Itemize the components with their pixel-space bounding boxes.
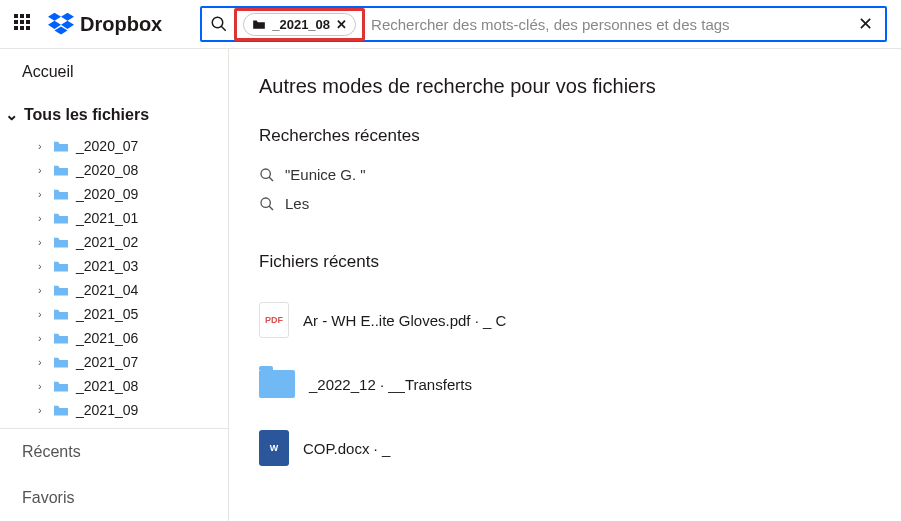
chevron-right-icon: › [38, 212, 46, 224]
folder-icon [52, 187, 70, 201]
sidebar-folder-item[interactable]: ›_2021_07 [0, 350, 228, 374]
file-name: COP.docx · _ [303, 440, 390, 457]
sidebar-folder-list: ›_2020_07›_2020_08›_2020_09›_2021_01›_20… [0, 134, 228, 428]
sidebar-home[interactable]: Accueil [0, 49, 228, 95]
recent-file-item[interactable]: _2022_12 · __Transferts [259, 354, 871, 414]
folder-label: _2020_07 [76, 138, 138, 154]
sidebar-folder-item[interactable]: ›_2021_01 [0, 206, 228, 230]
folder-icon [259, 370, 295, 398]
main-panel: Autres modes de recherche pour vos fichi… [229, 49, 901, 521]
sidebar-recents[interactable]: Récents [0, 429, 228, 475]
folder-icon [252, 18, 266, 30]
file-name: Ar - WH E..ite Gloves.pdf · _ C [303, 312, 506, 329]
search-icon [259, 167, 275, 183]
folder-label: _2020_08 [76, 162, 138, 178]
sidebar-all-files[interactable]: ⌄ Tous les fichiers [0, 95, 228, 134]
folder-label: _2021_05 [76, 306, 138, 322]
svg-line-3 [269, 177, 273, 181]
folder-label: _2021_08 [76, 378, 138, 394]
recent-search-text: "Eunice G. " [285, 166, 366, 183]
chip-remove-icon[interactable]: ✕ [336, 17, 347, 32]
sidebar-folder-item[interactable]: ›_2021_04 [0, 278, 228, 302]
search-box[interactable]: _2021_08 ✕ ✕ [200, 6, 887, 42]
folder-label: _2021_01 [76, 210, 138, 226]
folder-label: _2021_03 [76, 258, 138, 274]
search-icon [259, 196, 275, 212]
sidebar-folder-item[interactable]: ›_2021_02 [0, 230, 228, 254]
folder-icon [52, 379, 70, 393]
chevron-right-icon: › [38, 404, 46, 416]
folder-icon [52, 331, 70, 345]
chevron-right-icon: › [38, 308, 46, 320]
folder-icon [52, 403, 70, 417]
folder-label: _2021_06 [76, 330, 138, 346]
folder-icon [52, 259, 70, 273]
file-name: _2022_12 · __Transferts [309, 376, 472, 393]
recent-search-item[interactable]: Les [259, 189, 871, 218]
sidebar-folder-item[interactable]: ›_2020_07 [0, 134, 228, 158]
search-input[interactable] [371, 16, 848, 33]
sidebar-folder-item[interactable]: ›_2020_09 [0, 182, 228, 206]
sidebar-folder-item[interactable]: ›_2021_08 [0, 374, 228, 398]
chevron-right-icon: › [38, 140, 46, 152]
sidebar: Accueil ⌄ Tous les fichiers ›_2020_07›_2… [0, 49, 229, 521]
folder-icon [52, 139, 70, 153]
svg-line-1 [221, 26, 226, 31]
dropbox-brand[interactable]: Dropbox [48, 11, 162, 37]
folder-icon [52, 163, 70, 177]
chevron-right-icon: › [38, 164, 46, 176]
recent-searches-title: Recherches récentes [259, 126, 871, 146]
sidebar-folder-item[interactable]: ›_2021_05 [0, 302, 228, 326]
chevron-right-icon: › [38, 236, 46, 248]
search-chip-highlight: _2021_08 ✕ [234, 8, 365, 41]
recent-search-item[interactable]: "Eunice G. " [259, 160, 871, 189]
chevron-right-icon: › [38, 332, 46, 344]
folder-icon [52, 355, 70, 369]
sidebar-all-files-label: Tous les fichiers [24, 106, 149, 124]
folder-label: _2020_09 [76, 186, 138, 202]
chevron-right-icon: › [38, 380, 46, 392]
brand-label: Dropbox [80, 13, 162, 36]
pdf-icon: PDF [259, 302, 289, 338]
svg-line-5 [269, 206, 273, 210]
svg-point-0 [212, 17, 223, 28]
folder-label: _2021_09 [76, 402, 138, 418]
folder-label: _2021_02 [76, 234, 138, 250]
other-search-ways-title: Autres modes de recherche pour vos fichi… [259, 75, 871, 98]
sidebar-folder-item[interactable]: ›_2020_08 [0, 158, 228, 182]
search-folder-chip[interactable]: _2021_08 ✕ [243, 13, 356, 36]
recent-files-title: Fichiers récents [259, 252, 871, 272]
sidebar-folder-item[interactable]: ›_2021_03 [0, 254, 228, 278]
folder-icon [52, 307, 70, 321]
folder-icon [52, 283, 70, 297]
dropbox-logo-icon [48, 11, 74, 37]
chevron-right-icon: › [38, 356, 46, 368]
apps-grid-icon[interactable] [14, 14, 34, 34]
chevron-right-icon: › [38, 260, 46, 272]
recent-search-text: Les [285, 195, 309, 212]
svg-point-2 [261, 169, 270, 178]
svg-point-4 [261, 198, 270, 207]
folder-icon [52, 235, 70, 249]
sidebar-folder-item[interactable]: ›_2021_06 [0, 326, 228, 350]
folder-label: _2021_07 [76, 354, 138, 370]
recent-file-item[interactable]: PDFAr - WH E..ite Gloves.pdf · _ C [259, 286, 871, 354]
chevron-right-icon: › [38, 284, 46, 296]
sidebar-favorites[interactable]: Favoris [0, 475, 228, 521]
clear-search-icon[interactable]: ✕ [854, 13, 877, 35]
folder-label: _2021_04 [76, 282, 138, 298]
sidebar-folder-item[interactable]: ›_2021_09 [0, 398, 228, 422]
search-icon [210, 15, 228, 33]
chip-label: _2021_08 [272, 17, 330, 32]
chevron-right-icon: › [38, 188, 46, 200]
word-icon: W [259, 430, 289, 466]
recent-file-item[interactable]: WCOP.docx · _ [259, 414, 871, 482]
chevron-down-icon: ⌄ [4, 105, 18, 124]
folder-icon [52, 211, 70, 225]
